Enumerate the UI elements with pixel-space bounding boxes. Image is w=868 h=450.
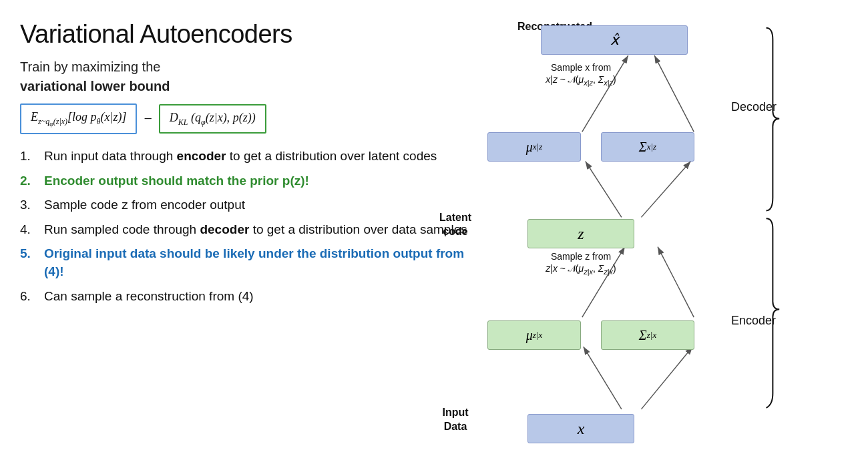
box-x-hat: x̂	[541, 25, 688, 55]
list-text: Original input data should be likely und…	[44, 245, 474, 280]
list-item: 5. Original input data should be likely …	[20, 245, 474, 280]
list-num: 5.	[20, 245, 44, 263]
list-item: 1. Run input data through encoder to get…	[20, 148, 474, 166]
subtitle-bold-line: variational lower bound	[20, 79, 474, 94]
box-mu-x: μx|z	[487, 132, 581, 162]
label-sample-z: Sample z from z|x ~ 𝒩(μz|x, Σz|x)	[507, 250, 654, 276]
svg-line-4	[641, 162, 690, 218]
box-x-input: x	[527, 414, 634, 443]
list-item: 6. Can sample a reconstruction from (4)	[20, 288, 474, 306]
list-text: Sample code z from encoder output	[44, 196, 474, 214]
box-sigma-x: Σx|z	[601, 132, 694, 162]
list-num: 3.	[20, 196, 44, 214]
left-panel: Variational Autoencoders Train by maximi…	[20, 13, 474, 437]
list-text: Run sampled code through decoder to get …	[44, 221, 474, 239]
box-mu-z: μz|x	[487, 320, 581, 350]
box-sigma-z: Σz|x	[601, 320, 694, 350]
svg-line-8	[641, 347, 692, 409]
box-z: z	[527, 219, 634, 248]
svg-line-2	[654, 55, 694, 132]
list-text: Can sample a reconstruction from (4)	[44, 288, 474, 306]
steps-list: 1. Run input data through encoder to get…	[20, 148, 474, 305]
list-text: Encoder output should match the prior p(…	[44, 172, 474, 190]
right-panel: Reconstructeddata x̂ Sample x from x|z ~…	[474, 13, 848, 437]
svg-line-7	[584, 347, 622, 409]
formula-blue-box: Ez~qφ(z|x)[log pθ(x|z)]	[20, 103, 137, 134]
label-latent-code: Latentcode	[435, 211, 475, 239]
subtitle-bold-text: variational lower bound	[20, 79, 170, 93]
label-decoder: Decoder	[731, 100, 777, 114]
diagram-container: Reconstructeddata x̂ Sample x from x|z ~…	[474, 20, 848, 447]
list-text: Run input data through encoder to get a …	[44, 148, 474, 166]
label-input-data: InputData	[435, 406, 475, 434]
subtitle-line1: Train by maximizing the	[20, 59, 474, 75]
list-item: 3. Sample code z from encoder output	[20, 196, 474, 214]
list-num: 1.	[20, 148, 44, 166]
svg-line-6	[658, 247, 694, 317]
page-title: Variational Autoencoders	[20, 20, 474, 49]
minus-sign: −	[144, 110, 152, 128]
formula-green-box: DKL (qφ(z|x), p(z))	[159, 104, 266, 134]
list-num: 4.	[20, 221, 44, 239]
list-num: 2.	[20, 172, 44, 190]
label-encoder: Encoder	[731, 314, 776, 328]
svg-line-3	[586, 162, 622, 218]
formula-row: Ez~qφ(z|x)[log pθ(x|z)] − DKL (qφ(z|x), …	[20, 103, 474, 134]
label-sample-x: Sample x from x|z ~ 𝒩(μx|z, Σx|z)	[507, 61, 654, 87]
list-item: 2. Encoder output should match the prior…	[20, 172, 474, 190]
list-num: 6.	[20, 288, 44, 306]
subtitle-text: Train by maximizing the	[20, 59, 160, 74]
list-item: 4. Run sampled code through decoder to g…	[20, 221, 474, 239]
